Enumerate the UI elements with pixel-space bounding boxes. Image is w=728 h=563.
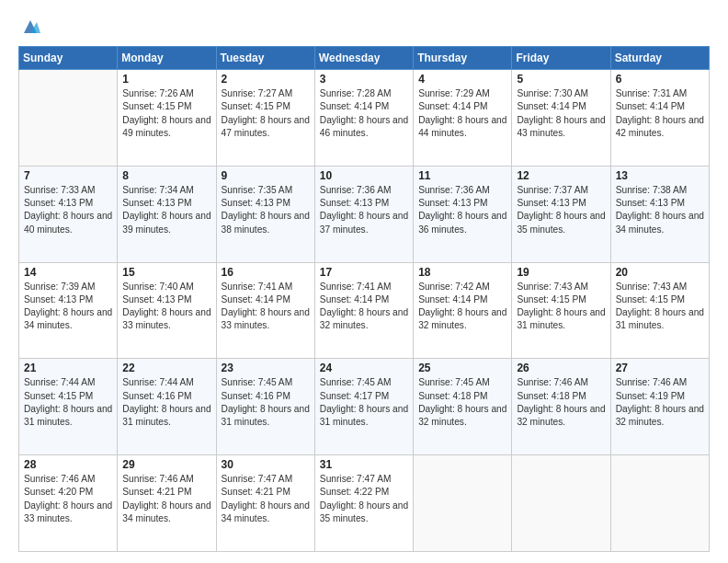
calendar-cell: 16Sunrise: 7:41 AMSunset: 4:14 PMDayligh… [216, 262, 314, 359]
day-number: 25 [418, 362, 506, 374]
calendar-cell: 30Sunrise: 7:47 AMSunset: 4:21 PMDayligh… [216, 455, 314, 552]
calendar-cell: 11Sunrise: 7:36 AMSunset: 4:13 PMDayligh… [414, 166, 512, 262]
calendar-cell: 21Sunrise: 7:44 AMSunset: 4:15 PMDayligh… [19, 359, 118, 455]
day-number: 14 [24, 266, 112, 279]
day-number: 3 [320, 73, 408, 86]
day-number: 20 [616, 266, 704, 279]
calendar-cell: 23Sunrise: 7:45 AMSunset: 4:16 PMDayligh… [216, 359, 314, 455]
calendar-cell: 4Sunrise: 7:29 AMSunset: 4:14 PMDaylight… [414, 70, 512, 167]
calendar-cell: 26Sunrise: 7:46 AMSunset: 4:18 PMDayligh… [512, 359, 610, 455]
day-detail: Sunrise: 7:33 AMSunset: 4:13 PMDaylight:… [24, 184, 112, 236]
day-detail: Sunrise: 7:46 AMSunset: 4:18 PMDaylight:… [517, 376, 605, 429]
calendar-cell: 24Sunrise: 7:45 AMSunset: 4:17 PMDayligh… [314, 359, 413, 455]
calendar-cell: 13Sunrise: 7:38 AMSunset: 4:13 PMDayligh… [610, 166, 709, 262]
weekday-header: Friday [512, 47, 610, 70]
day-number: 7 [24, 169, 112, 182]
calendar-cell: 7Sunrise: 7:33 AMSunset: 4:13 PMDaylight… [19, 166, 118, 262]
calendar-cell: 17Sunrise: 7:41 AMSunset: 4:14 PMDayligh… [314, 262, 413, 359]
day-detail: Sunrise: 7:47 AMSunset: 4:22 PMDaylight:… [320, 473, 408, 525]
weekday-header: Sunday [19, 47, 118, 70]
weekday-header-row: SundayMondayTuesdayWednesdayThursdayFrid… [19, 47, 710, 70]
day-detail: Sunrise: 7:38 AMSunset: 4:13 PMDaylight:… [616, 184, 704, 236]
day-number: 4 [418, 73, 506, 86]
calendar-cell [414, 455, 512, 552]
calendar-cell: 29Sunrise: 7:46 AMSunset: 4:21 PMDayligh… [118, 455, 216, 552]
day-number: 26 [517, 362, 605, 374]
weekday-header: Tuesday [216, 47, 314, 70]
day-detail: Sunrise: 7:45 AMSunset: 4:18 PMDaylight:… [418, 376, 506, 429]
day-detail: Sunrise: 7:44 AMSunset: 4:16 PMDaylight:… [122, 376, 210, 429]
day-number: 21 [24, 362, 112, 374]
calendar-cell: 22Sunrise: 7:44 AMSunset: 4:16 PMDayligh… [118, 359, 216, 455]
day-detail: Sunrise: 7:29 AMSunset: 4:14 PMDaylight:… [418, 87, 506, 140]
calendar-cell: 20Sunrise: 7:43 AMSunset: 4:15 PMDayligh… [610, 262, 709, 359]
day-detail: Sunrise: 7:41 AMSunset: 4:14 PMDaylight:… [320, 281, 408, 333]
day-detail: Sunrise: 7:42 AMSunset: 4:14 PMDaylight:… [418, 281, 506, 333]
day-number: 30 [222, 458, 310, 471]
day-detail: Sunrise: 7:28 AMSunset: 4:14 PMDaylight:… [320, 87, 408, 140]
day-detail: Sunrise: 7:46 AMSunset: 4:21 PMDaylight:… [122, 473, 210, 525]
day-detail: Sunrise: 7:36 AMSunset: 4:13 PMDaylight:… [320, 184, 408, 236]
weekday-header: Saturday [610, 47, 709, 70]
calendar-cell: 28Sunrise: 7:46 AMSunset: 4:20 PMDayligh… [19, 455, 118, 552]
day-detail: Sunrise: 7:39 AMSunset: 4:13 PMDaylight:… [24, 281, 112, 333]
day-number: 28 [24, 458, 112, 471]
calendar-cell [19, 70, 118, 167]
day-detail: Sunrise: 7:35 AMSunset: 4:13 PMDaylight:… [222, 184, 310, 236]
day-number: 31 [320, 458, 408, 471]
calendar-cell: 10Sunrise: 7:36 AMSunset: 4:13 PMDayligh… [314, 166, 413, 262]
day-detail: Sunrise: 7:43 AMSunset: 4:15 PMDaylight:… [616, 281, 704, 333]
logo-icon [20, 17, 40, 37]
calendar-cell: 25Sunrise: 7:45 AMSunset: 4:18 PMDayligh… [414, 359, 512, 455]
day-number: 16 [222, 266, 310, 279]
day-detail: Sunrise: 7:26 AMSunset: 4:15 PMDaylight:… [122, 87, 210, 140]
day-number: 29 [122, 458, 210, 471]
calendar-table: SundayMondayTuesdayWednesdayThursdayFrid… [18, 46, 710, 552]
weekday-header: Monday [118, 47, 216, 70]
day-detail: Sunrise: 7:44 AMSunset: 4:15 PMDaylight:… [24, 376, 112, 429]
day-detail: Sunrise: 7:34 AMSunset: 4:13 PMDaylight:… [122, 184, 210, 236]
calendar-cell: 15Sunrise: 7:40 AMSunset: 4:13 PMDayligh… [118, 262, 216, 359]
day-number: 10 [320, 169, 408, 182]
calendar-week-row: 21Sunrise: 7:44 AMSunset: 4:15 PMDayligh… [19, 359, 710, 455]
day-detail: Sunrise: 7:36 AMSunset: 4:13 PMDaylight:… [418, 184, 506, 236]
logo [18, 17, 45, 37]
calendar-cell: 14Sunrise: 7:39 AMSunset: 4:13 PMDayligh… [19, 262, 118, 359]
calendar-week-row: 28Sunrise: 7:46 AMSunset: 4:20 PMDayligh… [19, 455, 710, 552]
day-detail: Sunrise: 7:40 AMSunset: 4:13 PMDaylight:… [122, 281, 210, 333]
day-number: 18 [418, 266, 506, 279]
calendar-cell: 9Sunrise: 7:35 AMSunset: 4:13 PMDaylight… [216, 166, 314, 262]
day-number: 1 [122, 73, 210, 86]
day-detail: Sunrise: 7:41 AMSunset: 4:14 PMDaylight:… [222, 281, 310, 333]
day-detail: Sunrise: 7:37 AMSunset: 4:13 PMDaylight:… [517, 184, 605, 236]
day-number: 24 [320, 362, 408, 374]
calendar-cell: 5Sunrise: 7:30 AMSunset: 4:14 PMDaylight… [512, 70, 610, 167]
day-number: 11 [418, 169, 506, 182]
page: SundayMondayTuesdayWednesdayThursdayFrid… [0, 0, 728, 563]
day-detail: Sunrise: 7:46 AMSunset: 4:19 PMDaylight:… [616, 376, 704, 429]
day-detail: Sunrise: 7:45 AMSunset: 4:17 PMDaylight:… [320, 376, 408, 429]
day-detail: Sunrise: 7:43 AMSunset: 4:15 PMDaylight:… [517, 281, 605, 333]
day-detail: Sunrise: 7:31 AMSunset: 4:14 PMDaylight:… [616, 87, 704, 140]
day-number: 17 [320, 266, 408, 279]
day-detail: Sunrise: 7:45 AMSunset: 4:16 PMDaylight:… [222, 376, 310, 429]
day-number: 23 [222, 362, 310, 374]
calendar-week-row: 7Sunrise: 7:33 AMSunset: 4:13 PMDaylight… [19, 166, 710, 262]
calendar-cell: 19Sunrise: 7:43 AMSunset: 4:15 PMDayligh… [512, 262, 610, 359]
day-number: 12 [517, 169, 605, 182]
day-number: 19 [517, 266, 605, 279]
day-detail: Sunrise: 7:27 AMSunset: 4:15 PMDaylight:… [222, 87, 310, 140]
calendar-cell: 18Sunrise: 7:42 AMSunset: 4:14 PMDayligh… [414, 262, 512, 359]
header [18, 17, 710, 37]
day-number: 2 [222, 73, 310, 86]
day-detail: Sunrise: 7:30 AMSunset: 4:14 PMDaylight:… [517, 87, 605, 140]
calendar-cell [512, 455, 610, 552]
calendar-cell: 27Sunrise: 7:46 AMSunset: 4:19 PMDayligh… [610, 359, 709, 455]
day-detail: Sunrise: 7:46 AMSunset: 4:20 PMDaylight:… [24, 473, 112, 525]
day-number: 15 [122, 266, 210, 279]
day-number: 13 [616, 169, 704, 182]
calendar-cell: 31Sunrise: 7:47 AMSunset: 4:22 PMDayligh… [314, 455, 413, 552]
weekday-header: Wednesday [314, 47, 413, 70]
day-number: 27 [616, 362, 704, 374]
calendar-cell: 8Sunrise: 7:34 AMSunset: 4:13 PMDaylight… [118, 166, 216, 262]
